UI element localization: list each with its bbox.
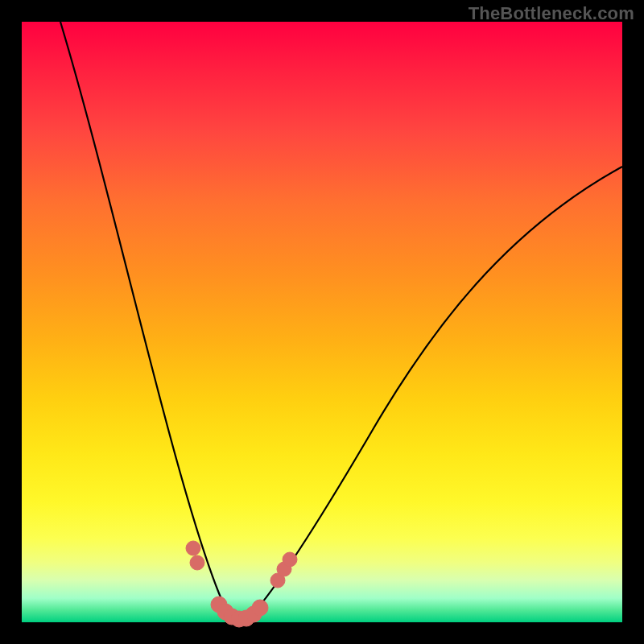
svg-point-1 xyxy=(190,555,204,570)
watermark-text: TheBottleneck.com xyxy=(469,3,634,24)
markers-group xyxy=(186,541,297,627)
svg-point-0 xyxy=(186,541,200,555)
svg-point-11 xyxy=(283,552,297,567)
bottleneck-curve xyxy=(60,22,622,620)
chart-svg xyxy=(22,22,622,622)
chart-frame: TheBottleneck.com xyxy=(0,0,644,644)
svg-point-8 xyxy=(252,600,268,616)
